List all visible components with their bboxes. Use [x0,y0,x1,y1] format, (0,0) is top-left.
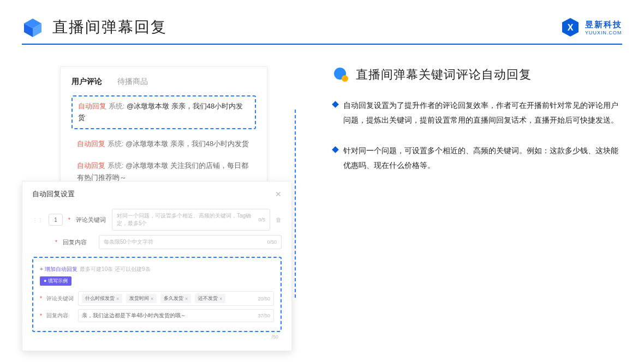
content-label: 回复内容 [63,238,93,246]
required-dot: * [40,313,42,319]
cube-icon [22,16,44,38]
content-input[interactable]: 每条限50个中文字符 0/50 [99,235,282,249]
tab-user-comments[interactable]: 用户评论 [71,77,102,87]
svg-text:X: X [568,23,574,32]
required-dot: * [40,295,42,301]
brand-logo: X 昱新科技 YUUXIN.COM [560,17,622,38]
tag-chip[interactable]: 发货时间× [126,294,157,303]
page-header: 直播间弹幕回复 X 昱新科技 YUUXIN.COM [0,0,644,44]
example-badge: ● 填写示例 [40,276,71,286]
example-content-input[interactable]: 亲，我们这边都是下单48小时内发货的哦～ 37/50 [78,309,274,322]
trailing-counter: /50 [32,332,282,340]
keyword-placeholder: 对同一个问题，可设置多个相近、高频的关键词，Tag确定，最多5个 [117,212,259,227]
add-hint: 最多可建10条 还可以创建9条 [80,266,150,272]
header-left: 直播间弹幕回复 [22,16,167,38]
example-keyword-label: 评论关键词 [46,295,74,303]
keyword-input[interactable]: 对同一个问题，可设置多个相近、高频的关键词，Tag确定，最多5个 0/5 [112,209,270,231]
settings-header: 自动回复设置 ✕ [32,189,282,204]
chat-bubble-icon [333,67,349,83]
comment-text: @冰墩墩本墩 亲亲，我们48小时内发货 [126,140,249,148]
add-auto-reply-link[interactable]: + 增加自动回复 [40,266,77,272]
right-column: 直播间弹幕关键词评论自动回复 自动回复设置为了提升作者的评论回复效率，作者可在开… [322,67,622,334]
keyword-label: 评论关键词 [76,216,106,224]
highlighted-comment: 自动回复 系统: @冰墩墩本墩 亲亲，我们48小时内发货 [71,95,256,129]
bullet-text: 针对同一个问题，可设置多个相近的、高频的关键词。例如：这款多少钱、这块能优惠吗、… [343,143,622,172]
example-keyword-input[interactable]: 什么时候发货× 发货时间× 多久发货× 还不发货× 20/50 [78,291,274,306]
form-row-keyword: ⋮⋮ 1 * 评论关键词 对同一个问题，可设置多个相近、高频的关键词，Tag确定… [32,209,282,231]
page-title: 直播间弹幕回复 [52,17,167,38]
example-keyword-counter: 20/50 [258,296,270,301]
required-dot: * [55,239,57,245]
tag-chip[interactable]: 还不发货× [195,294,225,303]
close-icon[interactable]: ✕ [275,190,282,198]
tabs: 用户评论 待播商品 [71,77,256,87]
section-head: 直播间弹幕关键词评论自动回复 [333,67,622,83]
content-counter: 0/50 [267,239,277,245]
system-label: 系统: [109,102,125,110]
example-content-label: 回复内容 [46,312,74,319]
required-dot: * [68,217,70,223]
settings-card: 自动回复设置 ✕ ⋮⋮ 1 * 评论关键词 对同一个问题，可设置多个相近、高频的… [22,181,292,351]
main-content: 用户评论 待播商品 自动回复 系统: @冰墩墩本墩 亲亲，我们48小时内发货 自… [0,56,644,345]
example-content-counter: 37/50 [258,313,270,318]
form-row-content: * 回复内容 每条限50个中文字符 0/50 [32,235,282,249]
settings-title: 自动回复设置 [32,189,75,199]
auto-reply-label: 自动回复 [77,161,105,170]
tag-remove-icon[interactable]: × [116,296,119,301]
bullet-text: 自动回复设置为了提升作者的评论回复效率，作者可在开播前针对常见的评论用户问题，提… [343,98,622,127]
example-block: + 增加自动回复 最多可建10条 还可以创建9条 ● 填写示例 * 评论关键词 … [32,257,282,332]
brand-icon: X [560,17,581,38]
tag-remove-icon[interactable]: × [151,296,153,301]
system-label: 系统: [108,140,124,148]
example-keyword-row: * 评论关键词 什么时候发货× 发货时间× 多久发货× 还不发货× 20/50 [40,291,274,306]
example-content-row: * 回复内容 亲，我们这边都是下单48小时内发货的哦～ 37/50 [40,309,274,322]
diamond-bullet-icon [332,101,339,108]
bullet-item: 针对同一个问题，可设置多个相近的、高频的关键词。例如：这款多少钱、这块能优惠吗、… [333,143,622,172]
auto-reply-label: 自动回复 [77,140,105,148]
auto-reply-label: 自动回复 [78,102,106,110]
keyword-counter: 0/5 [258,217,265,222]
tag-remove-icon[interactable]: × [219,296,222,301]
tab-pending-goods[interactable]: 待播商品 [117,77,148,87]
row-number: 1 [49,214,63,226]
delete-icon[interactable]: 🗑 [276,216,282,223]
drag-handle-icon[interactable]: ⋮⋮ [32,217,43,223]
tag-remove-icon[interactable]: × [185,296,188,301]
tag-chip[interactable]: 多久发货× [160,294,191,303]
content-placeholder: 每条限50个中文字符 [104,238,153,246]
left-column: 用户评论 待播商品 自动回复 系统: @冰墩墩本墩 亲亲，我们48小时内发货 自… [22,67,300,334]
header-divider [22,44,622,45]
bullet-item: 自动回复设置为了提升作者的评论回复效率，作者可在开播前针对常见的评论用户问题，提… [333,98,622,127]
brand-en: YUUXIN.COM [585,30,622,35]
example-tags: 什么时候发货× 发货时间× 多久发货× 还不发货× [82,294,228,303]
system-label: 系统: [108,161,124,170]
example-content-value: 亲，我们这边都是下单48小时内发货的哦～ [82,312,186,319]
tag-chip[interactable]: 什么时候发货× [82,294,122,303]
comment-row: 自动回复 系统: @冰墩墩本墩 亲亲，我们48小时内发货 [71,136,256,152]
diamond-bullet-icon [332,146,339,153]
brand-text: 昱新科技 YUUXIN.COM [585,20,622,35]
section-title: 直播间弹幕关键词评论自动回复 [356,67,532,83]
brand-cn: 昱新科技 [585,20,622,30]
svg-point-5 [342,75,348,82]
